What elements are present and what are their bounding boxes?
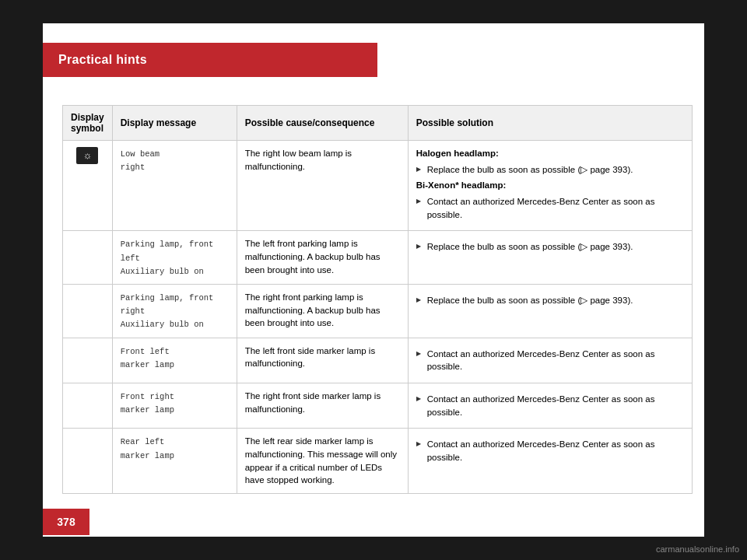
message-text: Front left marker lamp <box>121 347 174 369</box>
solution-bullet-list: Contact an authorized Mercedes-Benz Cent… <box>416 438 684 464</box>
page-number-box: 378 <box>43 509 89 535</box>
solution-bullet-item: Contact an authorized Mercedes-Benz Cent… <box>416 195 684 221</box>
solution-bullet-item: Contact an authorized Mercedes-Benz Cent… <box>416 348 684 373</box>
table-container: Display symbol Display message Possible … <box>62 105 693 494</box>
cause-cell: The right front side marker lamp is malf… <box>237 383 408 429</box>
page-title: Practical hints <box>58 53 147 67</box>
cause-cell: The left front parking lamp is malfuncti… <box>237 231 408 285</box>
col-header-cause: Possible cause/consequence <box>237 106 408 141</box>
message-text: Rear left marker lamp <box>121 437 174 460</box>
col-header-solution: Possible solution <box>408 106 692 141</box>
message-cell: Low beam right <box>112 141 237 231</box>
solution-bullet-list: Contact an authorized Mercedes-Benz Cent… <box>416 348 684 373</box>
message-cell: Front left marker lamp <box>112 338 237 383</box>
solution-cell: Contact an authorized Mercedes-Benz Cent… <box>408 383 692 429</box>
solution-section-head: Bi-Xenon* headlamp: <box>416 179 684 192</box>
col-header-symbol: Display symbol <box>63 106 113 141</box>
solution-bullet-list: Contact an authorized Mercedes-Benz Cent… <box>416 195 684 221</box>
table-row: Parking lamp, front left Auxiliary bulb … <box>63 231 693 285</box>
display-symbol-icon: ☼ <box>76 147 98 164</box>
header-bar: Practical hints <box>43 43 377 77</box>
table-row: Front left marker lampThe left front sid… <box>63 338 693 383</box>
message-text: Parking lamp, front left Auxiliary bulb … <box>121 240 214 275</box>
message-cell: Parking lamp, front left Auxiliary bulb … <box>112 231 237 285</box>
message-text: Low beam right <box>121 149 160 172</box>
solution-bullet-item: Replace the bulb as soon as possible (▷ … <box>416 240 684 254</box>
table-header-row: Display symbol Display message Possible … <box>63 106 693 141</box>
message-cell: Parking lamp, front right Auxiliary bulb… <box>112 285 237 338</box>
symbol-cell <box>63 383 113 429</box>
solution-cell: Halogen headlamp:Replace the bulb as soo… <box>408 141 692 231</box>
solution-cell: Replace the bulb as soon as possible (▷ … <box>408 285 692 338</box>
message-cell: Front right marker lamp <box>112 383 237 429</box>
table-row: Front right marker lampThe right front s… <box>63 383 693 429</box>
solution-bullet-list: Replace the bulb as soon as possible (▷ … <box>416 240 684 254</box>
message-cell: Rear left marker lamp <box>112 429 237 494</box>
solution-cell: Contact an authorized Mercedes-Benz Cent… <box>408 338 692 383</box>
cause-cell: The left front side marker lamp is malfu… <box>237 338 408 383</box>
symbol-cell <box>63 429 113 494</box>
watermark: carmanualsonline.info <box>656 544 739 554</box>
cause-cell: The right low beam lamp is malfunctionin… <box>237 141 408 231</box>
message-text: Front right marker lamp <box>121 392 174 415</box>
solution-bullet-item: Replace the bulb as soon as possible (▷ … <box>416 163 684 177</box>
solution-bullet-list: Replace the bulb as soon as possible (▷ … <box>416 294 684 307</box>
page-number: 378 <box>57 516 75 528</box>
symbol-cell <box>63 231 113 285</box>
solution-bullet-item: Contact an authorized Mercedes-Benz Cent… <box>416 393 684 418</box>
solution-bullet-item: Contact an authorized Mercedes-Benz Cent… <box>416 438 684 464</box>
solution-cell: Contact an authorized Mercedes-Benz Cent… <box>408 429 692 494</box>
cause-cell: The right front parking lamp is malfunct… <box>237 285 408 338</box>
solution-bullet-item: Replace the bulb as soon as possible (▷ … <box>416 294 684 307</box>
solution-bullet-list: Contact an authorized Mercedes-Benz Cent… <box>416 393 684 418</box>
symbol-cell: ☼ <box>63 141 113 231</box>
solution-cell: Replace the bulb as soon as possible (▷ … <box>408 231 692 285</box>
table-row: ☼Low beam rightThe right low beam lamp i… <box>63 141 693 231</box>
data-table: Display symbol Display message Possible … <box>62 105 693 494</box>
message-text: Parking lamp, front right Auxiliary bulb… <box>121 293 214 329</box>
solution-bullet-list: Replace the bulb as soon as possible (▷ … <box>416 163 684 177</box>
symbol-cell <box>63 285 113 338</box>
cause-cell: The left rear side marker lamp is malfun… <box>237 429 408 494</box>
symbol-cell <box>63 338 113 383</box>
solution-section-head: Halogen headlamp: <box>416 147 684 160</box>
table-row: Rear left marker lampThe left rear side … <box>63 429 693 494</box>
col-header-message: Display message <box>112 106 237 141</box>
table-row: Parking lamp, front right Auxiliary bulb… <box>63 285 693 338</box>
